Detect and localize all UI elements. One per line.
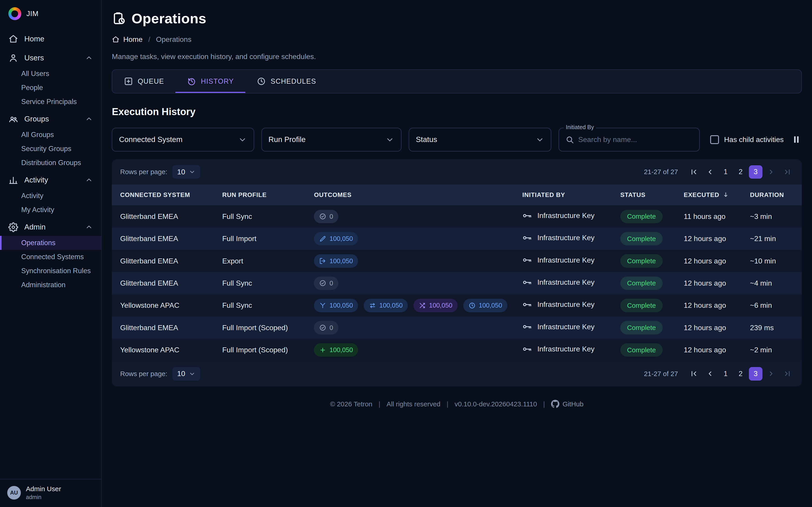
tab-schedules[interactable]: SCHEDULES (245, 70, 328, 93)
column-header-run-profile[interactable]: RUN PROFILE (214, 184, 306, 205)
page-2-button[interactable]: 2 (734, 165, 748, 179)
sidebar-item-activity[interactable]: Activity (0, 189, 101, 203)
status-cell: Complete (612, 205, 675, 227)
next-page-button[interactable] (764, 165, 778, 179)
pagination-range: 21-27 of 27 (644, 370, 678, 378)
executed-cell: 12 hours ago (675, 294, 742, 317)
initiated-by-search-field[interactable]: Initiated By (559, 128, 700, 152)
sidebar-section-activity[interactable]: Activity (0, 171, 101, 189)
tab-history[interactable]: HISTORY (175, 70, 245, 93)
chevron-up-icon (85, 115, 93, 123)
sidebar-item-security-groups[interactable]: Security Groups (0, 142, 101, 156)
table-row[interactable]: Glitterband EMEA Full Import (Scoped) 0 … (112, 317, 802, 339)
column-header-initiated-by[interactable]: INITIATED BY (514, 184, 612, 205)
outcome-badge: 100,050 (314, 343, 358, 357)
outcome-badge: 0 (314, 210, 338, 223)
table-row[interactable]: Glitterband EMEA Full Sync 0 Infrastruct… (112, 205, 802, 227)
last-page-icon (783, 369, 792, 378)
executed-cell: 12 hours ago (675, 250, 742, 272)
prev-page-button[interactable] (703, 165, 717, 179)
pause-refresh-button[interactable] (791, 134, 802, 145)
connected-system-select[interactable]: Connected System (112, 128, 254, 152)
has-child-activities-checkbox[interactable]: Has child activities (710, 135, 784, 144)
status-select[interactable]: Status (409, 128, 552, 152)
page-title-row: Operations (112, 10, 802, 26)
activity-icon (8, 175, 18, 185)
column-header-outcomes[interactable]: OUTCOMES (306, 184, 514, 205)
connected-system-cell: Yellowstone APAC (112, 339, 214, 361)
rows-per-page-label: Rows per page: (120, 168, 167, 176)
tab-queue[interactable]: QUEUE (112, 70, 175, 93)
sidebar-item-administration[interactable]: Administration (0, 278, 101, 292)
page-3-button[interactable]: 3 (749, 367, 762, 381)
search-icon (565, 135, 574, 144)
github-link[interactable]: GitHub (551, 400, 583, 408)
table-row[interactable]: Glitterband EMEA Full Sync 0 Infrastruct… (112, 272, 802, 294)
execution-history-table: CONNECTED SYSTEM RUN PROFILE OUTCOMES IN… (112, 184, 802, 361)
run-profile-select[interactable]: Run Profile (261, 128, 402, 152)
sidebar-item-distribution-groups[interactable]: Distribution Groups (0, 156, 101, 170)
tab-bar: QUEUE HISTORY SCHEDULES (112, 69, 802, 93)
chevron-down-icon (238, 135, 247, 144)
split-icon (419, 302, 426, 309)
sidebar-item-all-users[interactable]: All Users (0, 67, 101, 81)
pager: 21-27 of 27 1 2 3 (644, 165, 794, 179)
page-1-button[interactable]: 1 (719, 367, 732, 381)
sync-icon (369, 302, 376, 309)
column-header-duration[interactable]: DURATION (742, 184, 802, 205)
page-1-button[interactable]: 1 (719, 165, 732, 179)
sidebar-section-users[interactable]: Users (0, 49, 101, 67)
table-row[interactable]: Glitterband EMEA Export 100,050 Infrastr… (112, 250, 802, 272)
breadcrumb-separator: / (148, 35, 150, 44)
outcomes-cell: 100,050 100,050 100,050 100,050 (306, 294, 514, 317)
first-page-button[interactable] (687, 367, 701, 381)
sidebar-item-synchronisation-rules[interactable]: Synchronisation Rules (0, 264, 101, 278)
duration-cell: ~10 min (742, 250, 802, 272)
sidebar-item-my-activity[interactable]: My Activity (0, 203, 101, 217)
prev-page-button[interactable] (703, 367, 717, 381)
page-2-button[interactable]: 2 (734, 367, 748, 381)
merge-icon (319, 302, 326, 309)
brand-name: JIM (27, 9, 39, 18)
sidebar-item-service-principals[interactable]: Service Principals (0, 95, 101, 109)
last-page-button[interactable] (780, 367, 795, 381)
breadcrumb-home-link[interactable]: Home (112, 35, 143, 44)
table-row[interactable]: Yellowstone APAC Full Import (Scoped) 10… (112, 339, 802, 361)
table-row[interactable]: Yellowstone APAC Full Sync 100,050 100,0… (112, 294, 802, 317)
next-page-icon (767, 369, 775, 378)
sidebar-section-admin[interactable]: Admin (0, 218, 101, 236)
column-header-executed[interactable]: EXECUTED (675, 184, 742, 205)
initiated-by-cell: Infrastructure Key (514, 294, 612, 317)
rows-per-page-select[interactable]: 10 (172, 367, 200, 381)
next-page-button[interactable] (764, 367, 778, 381)
connected-system-cell: Glitterband EMEA (112, 250, 214, 272)
rows-per-page-select[interactable]: 10 (172, 165, 200, 179)
sidebar-item-all-groups[interactable]: All Groups (0, 128, 101, 142)
run-profile-cell: Full Sync (214, 294, 306, 317)
sidebar-item-operations[interactable]: Operations (0, 236, 101, 250)
chevron-up-icon (85, 54, 93, 62)
first-page-button[interactable] (687, 165, 701, 179)
initiated-by-cell: Infrastructure Key (514, 227, 612, 250)
run-profile-cell: Export (214, 250, 306, 272)
pagination-bottom: Rows per page: 10 21-27 of 27 1 2 3 (112, 361, 802, 387)
executed-cell: 12 hours ago (675, 227, 742, 250)
sidebar-user[interactable]: AU Admin User admin (0, 479, 101, 507)
checkbox-box[interactable] (710, 135, 719, 144)
connected-system-cell: Glitterband EMEA (112, 272, 214, 294)
sidebar-section-groups[interactable]: Groups (0, 110, 101, 128)
page-3-button[interactable]: 3 (749, 165, 762, 179)
duration-cell: ~4 min (742, 272, 802, 294)
key-icon (522, 255, 532, 265)
app-logo-icon (8, 7, 21, 20)
sidebar-item-connected-systems[interactable]: Connected Systems (0, 250, 101, 264)
main-content: Operations Home / Operations Manage task… (102, 0, 812, 507)
column-header-connected-system[interactable]: CONNECTED SYSTEM (112, 184, 214, 205)
last-page-button[interactable] (780, 165, 795, 179)
table-header-row: CONNECTED SYSTEM RUN PROFILE OUTCOMES IN… (112, 184, 802, 205)
search-input[interactable] (578, 135, 693, 144)
column-header-status[interactable]: STATUS (612, 184, 675, 205)
sidebar-item-people[interactable]: People (0, 81, 101, 95)
table-row[interactable]: Glitterband EMEA Full Import 100,050 Inf… (112, 227, 802, 250)
sidebar-item-home[interactable]: Home (0, 30, 101, 48)
